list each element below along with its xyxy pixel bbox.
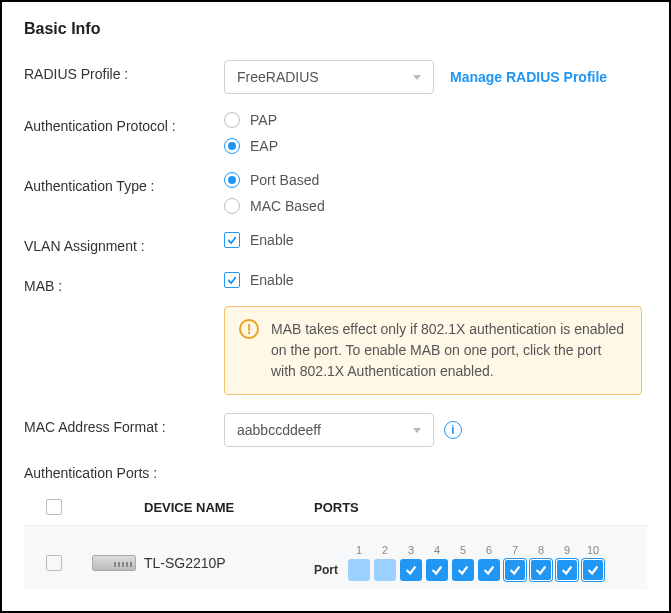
- row-checkbox[interactable]: [46, 555, 62, 571]
- radio-pap[interactable]: PAP: [224, 112, 278, 128]
- row-auth-ports-label: Authentication Ports :: [24, 465, 647, 481]
- chevron-down-icon: [413, 75, 421, 80]
- info-icon[interactable]: i: [444, 421, 462, 439]
- label-mab: MAB :: [24, 272, 224, 294]
- radius-profile-select[interactable]: FreeRADIUS: [224, 60, 434, 94]
- port-number: 9: [564, 544, 570, 556]
- radio-mac-based[interactable]: MAC Based: [224, 198, 325, 214]
- radio-label: PAP: [250, 112, 277, 128]
- radio-eap[interactable]: EAP: [224, 138, 278, 154]
- port-8: 8: [530, 544, 552, 581]
- mac-format-selected: aabbccddeeff: [237, 422, 321, 438]
- port-number: 8: [538, 544, 544, 556]
- port-3: 3: [400, 544, 422, 581]
- port-toggle-10[interactable]: [582, 559, 604, 581]
- port-number: 10: [587, 544, 599, 556]
- checkbox-icon: [224, 272, 240, 288]
- port-1: 1: [348, 544, 370, 581]
- port-7: 7: [504, 544, 526, 581]
- table-header: DEVICE NAME PORTS: [24, 489, 647, 526]
- port-number: 5: [460, 544, 466, 556]
- port-toggle-9[interactable]: [556, 559, 578, 581]
- select-all-checkbox[interactable]: [46, 499, 62, 515]
- port-4: 4: [426, 544, 448, 581]
- checkbox-label: Enable: [250, 272, 294, 288]
- port-toggle-8[interactable]: [530, 559, 552, 581]
- checkbox-icon: [224, 232, 240, 248]
- port-number: 2: [382, 544, 388, 556]
- label-vlan-assignment: VLAN Assignment :: [24, 232, 224, 254]
- checkbox-label: Enable: [250, 232, 294, 248]
- radio-label: MAC Based: [250, 198, 325, 214]
- mab-alert: ! MAB takes effect only if 802.1X authen…: [224, 306, 642, 395]
- label-auth-type: Authentication Type :: [24, 172, 224, 194]
- row-mac-format: MAC Address Format : aabbccddeeff i: [24, 413, 647, 447]
- ports-table: DEVICE NAME PORTS TL-SG2210P Port 123456…: [24, 489, 647, 589]
- row-auth-protocol: Authentication Protocol : PAP EAP: [24, 112, 647, 154]
- port-10: 10: [582, 544, 604, 581]
- port-5: 5: [452, 544, 474, 581]
- port-toggle-4[interactable]: [426, 559, 448, 581]
- row-vlan-assignment: VLAN Assignment : Enable: [24, 232, 647, 254]
- port-toggle-6[interactable]: [478, 559, 500, 581]
- checkbox-vlan-enable[interactable]: Enable: [224, 232, 294, 248]
- port-9: 9: [556, 544, 578, 581]
- checkbox-mab-enable[interactable]: Enable: [224, 272, 294, 288]
- port-number: 3: [408, 544, 414, 556]
- manage-radius-profile-link[interactable]: Manage RADIUS Profile: [450, 69, 607, 85]
- radio-icon: [224, 198, 240, 214]
- radio-port-based[interactable]: Port Based: [224, 172, 325, 188]
- radio-icon: [224, 138, 240, 154]
- radio-label: Port Based: [250, 172, 319, 188]
- section-title: Basic Info: [24, 20, 647, 38]
- row-auth-type: Authentication Type : Port Based MAC Bas…: [24, 172, 647, 214]
- port-toggle-2[interactable]: [374, 559, 396, 581]
- label-radius-profile: RADIUS Profile :: [24, 60, 224, 82]
- port-number: 6: [486, 544, 492, 556]
- radio-label: EAP: [250, 138, 278, 154]
- alert-text: MAB takes effect only if 802.1X authenti…: [271, 319, 627, 382]
- port-toggle-3[interactable]: [400, 559, 422, 581]
- port-number: 4: [434, 544, 440, 556]
- port-2: 2: [374, 544, 396, 581]
- table-row: TL-SG2210P Port 12345678910: [24, 526, 647, 589]
- mac-format-select[interactable]: aabbccddeeff: [224, 413, 434, 447]
- port-toggle-5[interactable]: [452, 559, 474, 581]
- label-auth-protocol: Authentication Protocol :: [24, 112, 224, 134]
- port-toggle-7[interactable]: [504, 559, 526, 581]
- th-device-name: DEVICE NAME: [144, 500, 314, 515]
- ports-label: Port: [314, 563, 338, 581]
- chevron-down-icon: [413, 428, 421, 433]
- radius-profile-selected: FreeRADIUS: [237, 69, 319, 85]
- radio-icon: [224, 112, 240, 128]
- row-radius-profile: RADIUS Profile : FreeRADIUS Manage RADIU…: [24, 60, 647, 94]
- row-mab-alert: ! MAB takes effect only if 802.1X authen…: [24, 306, 647, 395]
- port-number: 1: [356, 544, 362, 556]
- warning-icon: !: [239, 319, 259, 339]
- row-mab: MAB : Enable: [24, 272, 647, 294]
- label-auth-ports: Authentication Ports :: [24, 465, 224, 481]
- device-name: TL-SG2210P: [144, 555, 314, 571]
- port-6: 6: [478, 544, 500, 581]
- switch-device-icon: [92, 555, 136, 571]
- radio-icon: [224, 172, 240, 188]
- port-toggle-1[interactable]: [348, 559, 370, 581]
- th-ports: PORTS: [314, 500, 647, 515]
- label-mac-format: MAC Address Format :: [24, 413, 224, 435]
- port-number: 7: [512, 544, 518, 556]
